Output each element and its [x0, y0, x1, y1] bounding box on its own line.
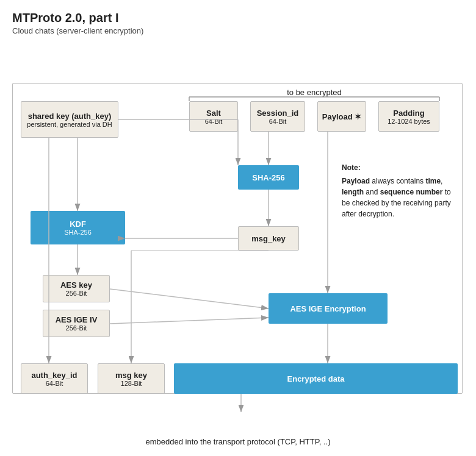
note-title: Note:: [342, 163, 361, 172]
bottom-text: embedded into the transport protocol (TC…: [12, 435, 464, 456]
msg-key-box: msg_key: [238, 226, 299, 251]
msg-key2-box: msg key 128-Bit: [98, 363, 165, 394]
svg-line-12: [110, 289, 269, 308]
diagram-area: to be encrypted shared key (auth_key) pe…: [12, 46, 464, 424]
note-box: Note: Payload always contains time, leng…: [342, 162, 455, 219]
aes-iv-box: AES IGE IV 256-Bit: [43, 310, 110, 337]
payload-box: Payload ✶: [317, 101, 366, 132]
page-subtitle: Cloud chats (server-client encryption): [12, 26, 464, 35]
session-id-box: Session_id 64-Bit: [250, 101, 305, 132]
salt-box: Salt 64-Bit: [189, 101, 238, 132]
encrypted-data-box: Encrypted data: [174, 363, 458, 394]
sha256-box: SHA-256: [238, 165, 299, 190]
svg-line-13: [110, 318, 269, 324]
aes-enc-box: AES IGE Encryption: [269, 293, 388, 324]
bottom-line1: embedded into the transport protocol (TC…: [12, 435, 464, 449]
aes-key-box: AES key 256-Bit: [43, 275, 110, 302]
auth-key-id-box: auth_key_id 64-Bit: [21, 363, 88, 394]
kdf-box: KDF SHA-256: [31, 211, 125, 244]
padding-box: Padding 12-1024 bytes: [378, 101, 439, 132]
to-be-encrypted-label: to be encrypted: [238, 88, 391, 97]
shared-key-box: shared key (auth_key) persistent, genera…: [21, 101, 118, 138]
page-title: MTProto 2.0, part I: [12, 11, 464, 25]
